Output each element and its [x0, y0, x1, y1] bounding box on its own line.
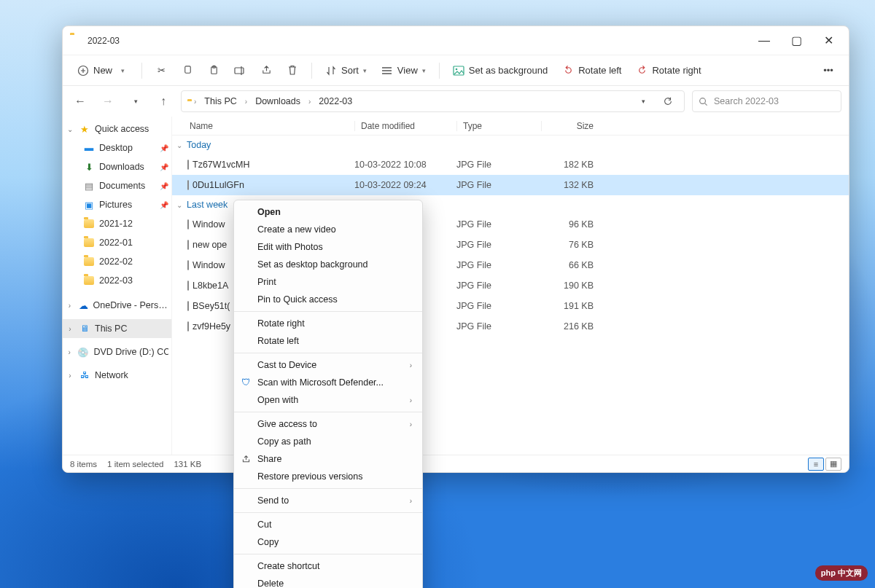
ctx-share[interactable]: Share — [234, 450, 422, 468]
ctx-send-to[interactable]: Send to› — [234, 492, 422, 509]
col-size[interactable]: Size — [541, 121, 599, 131]
folder-icon — [83, 218, 95, 230]
sidebar-this-pc[interactable]: ›🖥This PC — [63, 319, 171, 338]
ctx-rotate-right[interactable]: Rotate right — [234, 315, 422, 332]
chevron-right-icon: › — [66, 302, 74, 310]
sidebar-quick-access[interactable]: ⌄ ★ Quick access — [63, 119, 171, 138]
ctx-print[interactable]: Print — [234, 273, 422, 291]
forward-button[interactable]: → — [98, 91, 118, 111]
rotate-left-button[interactable]: Rotate left — [556, 62, 627, 79]
chevron-right-icon: › — [410, 420, 412, 428]
minimize-button[interactable]: — — [748, 30, 780, 52]
more-button[interactable]: ••• — [817, 62, 840, 79]
copy-button[interactable] — [176, 62, 199, 79]
documents-icon: ▤ — [83, 180, 95, 192]
chevron-down-icon: ▾ — [422, 67, 426, 74]
file-row[interactable]: 0Du1LulGFn10-03-2022 09:24JPG File132 KB — [172, 175, 849, 195]
ctx-create-video[interactable]: Create a new video — [234, 221, 422, 238]
thumbnails-view-button[interactable]: ▦ — [825, 458, 841, 471]
rename-icon — [234, 65, 246, 77]
ctx-pin-quick[interactable]: Pin to Quick access — [234, 291, 422, 308]
paste-button[interactable] — [202, 62, 225, 79]
sidebar-folder-2022-03[interactable]: 2022-03 — [63, 271, 171, 290]
maximize-button[interactable]: ▢ — [780, 30, 812, 52]
ctx-cut[interactable]: Cut — [234, 516, 422, 533]
ctx-create-shortcut[interactable]: Create shortcut — [234, 557, 422, 575]
chevron-right-icon: › — [66, 372, 74, 380]
ctx-delete[interactable]: Delete — [234, 575, 422, 588]
breadcrumb-folder[interactable]: 2022-03 — [317, 95, 354, 108]
pin-icon: 📌 — [160, 182, 168, 190]
set-background-button[interactable]: Set as background — [447, 62, 553, 79]
more-icon: ••• — [822, 65, 834, 77]
sidebar-network[interactable]: ›🖧Network — [63, 366, 171, 385]
view-button[interactable]: View ▾ — [376, 62, 432, 79]
address-bar[interactable]: › This PC › Downloads › 2022-03 ▾ — [181, 90, 685, 112]
col-name[interactable]: Name — [172, 121, 354, 131]
ctx-give-access[interactable]: Give access to› — [234, 415, 422, 433]
sort-button[interactable]: Sort ▾ — [319, 62, 373, 79]
sidebar-desktop[interactable]: ▬Desktop📌 — [63, 138, 171, 157]
up-button[interactable]: ↑ — [153, 91, 174, 111]
svg-point-7 — [700, 98, 706, 103]
group-today[interactable]: ⌄Today — [172, 136, 849, 154]
search-box[interactable]: Search 2022-03 — [692, 90, 841, 112]
share-button[interactable] — [254, 62, 278, 79]
chevron-down-icon: ▾ — [117, 65, 128, 77]
back-button[interactable]: ← — [70, 91, 90, 111]
sidebar-onedrive[interactable]: ›☁OneDrive - Personal — [63, 296, 171, 315]
file-icon — [172, 160, 188, 170]
new-button[interactable]: New ▾ — [71, 62, 134, 79]
share-icon — [260, 65, 272, 77]
chevron-down-icon: ⌄ — [66, 125, 74, 133]
ctx-open[interactable]: Open — [234, 203, 422, 221]
delete-button[interactable] — [281, 62, 304, 79]
ctx-rotate-left[interactable]: Rotate left — [234, 332, 422, 350]
refresh-button[interactable] — [658, 91, 678, 111]
rotate-right-button[interactable]: Rotate right — [630, 62, 707, 79]
desktop-icon: ▬ — [83, 142, 95, 154]
search-placeholder: Search 2022-03 — [714, 96, 779, 106]
ctx-open-with[interactable]: Open with› — [234, 391, 422, 409]
titlebar[interactable]: 2022-03 — ▢ ✕ — [63, 26, 849, 55]
ctx-set-desktop-bg[interactable]: Set as desktop background — [234, 256, 422, 273]
chevron-right-icon: › — [66, 325, 74, 333]
rename-button[interactable] — [228, 62, 252, 79]
ctx-edit-photos[interactable]: Edit with Photos — [234, 238, 422, 256]
ctx-restore[interactable]: Restore previous versions — [234, 468, 422, 485]
col-modified[interactable]: Date modified — [354, 121, 456, 131]
column-headers: Name Date modified Type Size — [172, 117, 849, 136]
sidebar-pictures[interactable]: ▣Pictures📌 — [63, 195, 171, 214]
cut-button[interactable]: ✂ — [149, 62, 173, 79]
file-explorer-window: 2022-03 — ▢ ✕ New ▾ ✂ Sort ▾ View ▾ — [62, 26, 849, 473]
file-row[interactable]: Tz67W1vcMH10-03-2022 10:08JPG File182 KB — [172, 154, 849, 175]
col-type[interactable]: Type — [456, 121, 541, 131]
ctx-copy[interactable]: Copy — [234, 533, 422, 551]
breadcrumb-thispc[interactable]: This PC — [203, 95, 238, 108]
cloud-icon: ☁ — [78, 299, 89, 311]
sidebar-dvd[interactable]: ›💿DVD Drive (D:) CCC( — [63, 342, 171, 361]
sidebar-documents[interactable]: ▤Documents📌 — [63, 176, 171, 195]
sidebar-folder-2022-02[interactable]: 2022-02 — [63, 252, 171, 271]
scissors-icon: ✂ — [155, 65, 167, 77]
context-menu: Open Create a new video Edit with Photos… — [233, 200, 423, 588]
svg-rect-1 — [184, 66, 190, 73]
ctx-copy-path[interactable]: Copy as path — [234, 433, 422, 450]
address-dropdown[interactable]: ▾ — [633, 91, 653, 111]
breadcrumb-downloads[interactable]: Downloads — [254, 95, 302, 108]
sidebar-folder-2021-12[interactable]: 2021-12 — [63, 214, 171, 233]
share-icon — [240, 453, 252, 465]
ctx-cast[interactable]: Cast to Device› — [234, 356, 422, 374]
watermark: php 中文网 — [815, 565, 868, 581]
folder-icon — [70, 35, 82, 47]
status-bar: 8 items 1 item selected 131 KB ≡ ▦ — [63, 455, 849, 472]
details-view-button[interactable]: ≡ — [808, 458, 824, 471]
close-button[interactable]: ✕ — [812, 30, 844, 52]
ctx-scan-defender[interactable]: 🛡Scan with Microsoft Defender... — [234, 374, 422, 391]
plus-circle-icon — [77, 65, 89, 77]
sidebar-folder-2022-01[interactable]: 2022-01 — [63, 233, 171, 252]
chevron-right-icon: › — [410, 396, 412, 404]
sidebar-downloads[interactable]: ⬇Downloads📌 — [63, 157, 171, 176]
recent-dropdown[interactable]: ▾ — [125, 91, 146, 111]
file-icon — [172, 321, 188, 332]
